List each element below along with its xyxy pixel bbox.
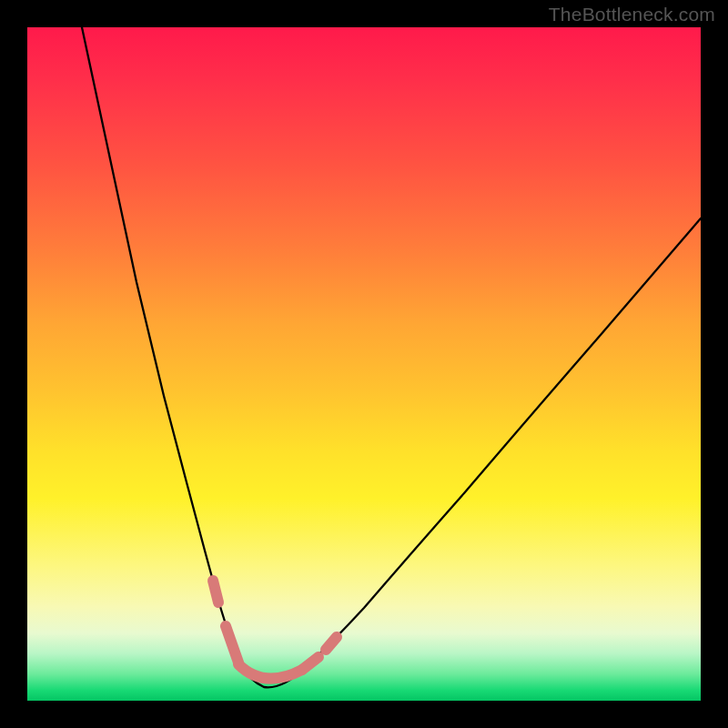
curve-svg bbox=[27, 27, 701, 701]
highlight-right-upper bbox=[326, 637, 337, 650]
highlight-right-lower bbox=[302, 657, 318, 670]
chart-frame: TheBottleneck.com bbox=[0, 0, 728, 728]
highlight-basin bbox=[238, 664, 302, 679]
bottleneck-curve bbox=[82, 27, 701, 687]
highlight-left-lower bbox=[226, 626, 238, 662]
plot-area bbox=[27, 27, 701, 701]
watermark-text: TheBottleneck.com bbox=[549, 4, 715, 25]
highlight-left-upper bbox=[213, 581, 218, 602]
